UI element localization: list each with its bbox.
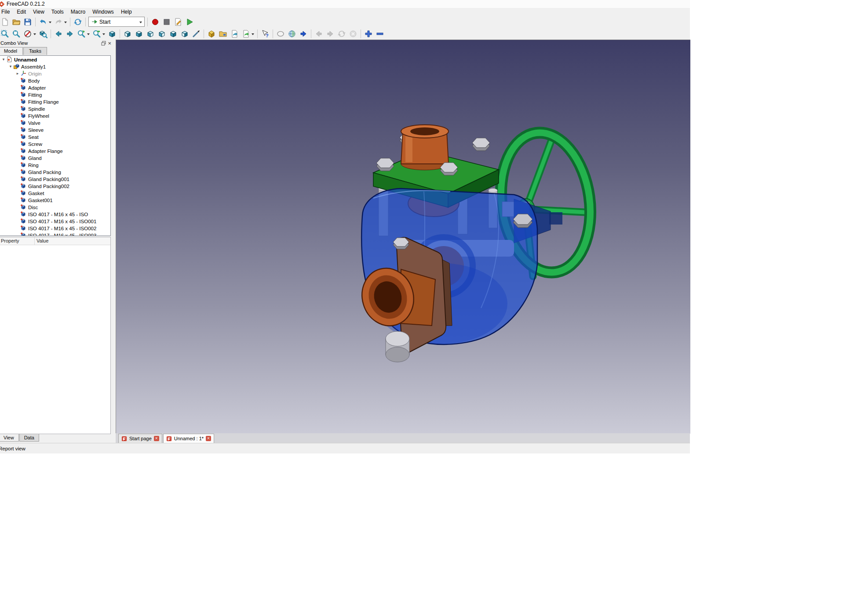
- tree-item-valve[interactable]: Valve: [0, 119, 110, 126]
- fit-all-button[interactable]: [11, 29, 22, 39]
- viewport-3d[interactable]: [116, 40, 690, 434]
- macro-stop-button[interactable]: [161, 17, 172, 27]
- zoom-out-button[interactable]: [374, 29, 386, 39]
- tree-item-adapter-flange[interactable]: Adapter Flange: [0, 147, 110, 154]
- document-tab[interactable]: Start page ×: [118, 434, 162, 443]
- nav-forward-button[interactable]: [64, 29, 76, 39]
- property-view-tab[interactable]: View: [0, 434, 19, 442]
- close-tab-icon[interactable]: ×: [154, 436, 159, 441]
- save-file-button[interactable]: [22, 17, 33, 27]
- part-icon: [20, 176, 27, 182]
- view-isometric-button[interactable]: [106, 29, 118, 39]
- tree-item-sleeve[interactable]: Sleeve: [0, 126, 110, 133]
- new-file-button[interactable]: [0, 17, 11, 27]
- open-file-button[interactable]: [11, 17, 22, 27]
- freecad-logo-icon: [0, 1, 4, 7]
- macro-play-button[interactable]: [184, 17, 195, 27]
- document-tab[interactable]: Unnamed : 1* ×: [163, 434, 214, 443]
- redo-button[interactable]: [53, 17, 68, 27]
- float-panel-icon[interactable]: [101, 41, 106, 46]
- view-front-button[interactable]: [122, 29, 133, 39]
- chevron-right-icon[interactable]: ▸: [15, 71, 20, 76]
- view-bottom-button[interactable]: [168, 29, 179, 39]
- tree-item-unnamed[interactable]: ▾Unnamed: [0, 56, 110, 63]
- tree-item-gland[interactable]: Gland: [0, 154, 110, 161]
- go-forward-button[interactable]: [298, 29, 309, 39]
- refresh-button[interactable]: [72, 17, 84, 27]
- make-link-button[interactable]: [229, 29, 240, 39]
- tree-item-disc[interactable]: Disc: [0, 203, 110, 210]
- macro-record-button[interactable]: [150, 17, 161, 27]
- freecad-doc-icon: [166, 436, 172, 442]
- menu-item[interactable]: View: [29, 8, 48, 16]
- tree-item-spindle[interactable]: Spindle: [0, 105, 110, 112]
- undo-button[interactable]: [37, 17, 53, 27]
- new-file-icon: [0, 17, 10, 27]
- make-link-relative-button[interactable]: [240, 29, 255, 39]
- tree-item-screw[interactable]: Screw: [0, 140, 110, 147]
- tree-item-adapter[interactable]: Adapter: [0, 84, 110, 91]
- browser-forward-button[interactable]: [325, 29, 336, 39]
- document-tab-label: Start page: [129, 436, 152, 441]
- start-page-button[interactable]: [275, 29, 286, 39]
- create-part-icon: [207, 29, 216, 39]
- sync-view-button[interactable]: [91, 29, 106, 39]
- view-top-icon: [134, 29, 144, 39]
- zoom-in-button[interactable]: [363, 29, 374, 39]
- macro-edit-button[interactable]: [172, 17, 184, 27]
- tree-item-fitting[interactable]: Fitting: [0, 91, 110, 98]
- link-select-button[interactable]: [76, 29, 91, 39]
- tree-item-origin[interactable]: ▸Origin: [0, 70, 110, 77]
- tree-item-label: Adapter: [28, 85, 46, 91]
- menu-item[interactable]: Help: [117, 8, 135, 16]
- tree-item-gland-packing[interactable]: Gland Packing: [0, 168, 110, 175]
- view-right-button[interactable]: [145, 29, 156, 39]
- browser-refresh-button[interactable]: [336, 29, 347, 39]
- workbench-selector[interactable]: Start: [88, 17, 145, 27]
- nav-back-button[interactable]: [53, 29, 64, 39]
- tree-item-seat[interactable]: Seat: [0, 133, 110, 140]
- tree-item-label: Fitting: [28, 92, 42, 98]
- menu-item[interactable]: Windows: [89, 8, 117, 16]
- tree-item-flywheel[interactable]: FlyWheel: [0, 112, 110, 119]
- create-part-button[interactable]: [206, 29, 217, 39]
- tree-item-iso-4017-m16-x-45-iso001[interactable]: ISO 4017 - M16 x 45 - ISO001: [0, 217, 110, 225]
- box-zoom-button[interactable]: [37, 29, 49, 39]
- browser-stop-button[interactable]: [347, 29, 359, 39]
- toolbar-separator: [273, 29, 273, 38]
- view-top-button[interactable]: [133, 29, 145, 39]
- view-left-button[interactable]: [179, 29, 190, 39]
- tree-item-gasket[interactable]: Gasket: [0, 189, 110, 196]
- browser-back-button[interactable]: [313, 29, 325, 39]
- property-view-tab[interactable]: Data: [19, 434, 39, 442]
- tree-item-iso-4017-m16-x-45-iso003[interactable]: ISO 4017 - M16 x 45 - ISO003: [0, 232, 110, 236]
- tree-item-assembly1[interactable]: ▾Assembly1: [0, 63, 110, 70]
- combo-view-tab[interactable]: Model: [0, 47, 23, 55]
- create-group-button[interactable]: [217, 29, 229, 39]
- tree-item-ring[interactable]: Ring: [0, 161, 110, 168]
- view-rear-button[interactable]: [156, 29, 168, 39]
- tree-item-gland-packing001[interactable]: Gland Packing001: [0, 175, 110, 182]
- combo-view-tab[interactable]: Tasks: [23, 47, 47, 55]
- tree-item-gland-packing002[interactable]: Gland Packing002: [0, 182, 110, 189]
- close-panel-icon[interactable]: ×: [108, 41, 111, 46]
- fit-selection-button[interactable]: [0, 29, 11, 39]
- chevron-down-icon[interactable]: ▾: [8, 64, 13, 69]
- tree-item-fitting-flange[interactable]: Fitting Flange: [0, 98, 110, 105]
- tree-item-label: Seat: [28, 134, 39, 140]
- tree-item-iso-4017-m16-x-45-iso002[interactable]: ISO 4017 - M16 x 45 - ISO002: [0, 225, 110, 232]
- menu-item[interactable]: File: [0, 8, 13, 16]
- close-tab-icon[interactable]: ×: [206, 436, 211, 441]
- tree-item-gasket001[interactable]: Gasket001: [0, 196, 110, 203]
- tree-item-iso-4017-m16-x-45-iso[interactable]: ISO 4017 - M16 x 45 - ISO: [0, 210, 110, 217]
- open-website-button[interactable]: [286, 29, 298, 39]
- menu-item[interactable]: Tools: [48, 8, 67, 16]
- part-icon: [20, 105, 27, 112]
- menu-item[interactable]: Macro: [67, 8, 89, 16]
- whats-this-button[interactable]: ?: [259, 29, 271, 39]
- draw-style-button[interactable]: [22, 29, 37, 39]
- chevron-down-icon[interactable]: ▾: [1, 57, 6, 62]
- menu-item[interactable]: Edit: [13, 8, 29, 16]
- tree-item-body[interactable]: Body: [0, 77, 110, 84]
- measure-button[interactable]: [190, 29, 202, 39]
